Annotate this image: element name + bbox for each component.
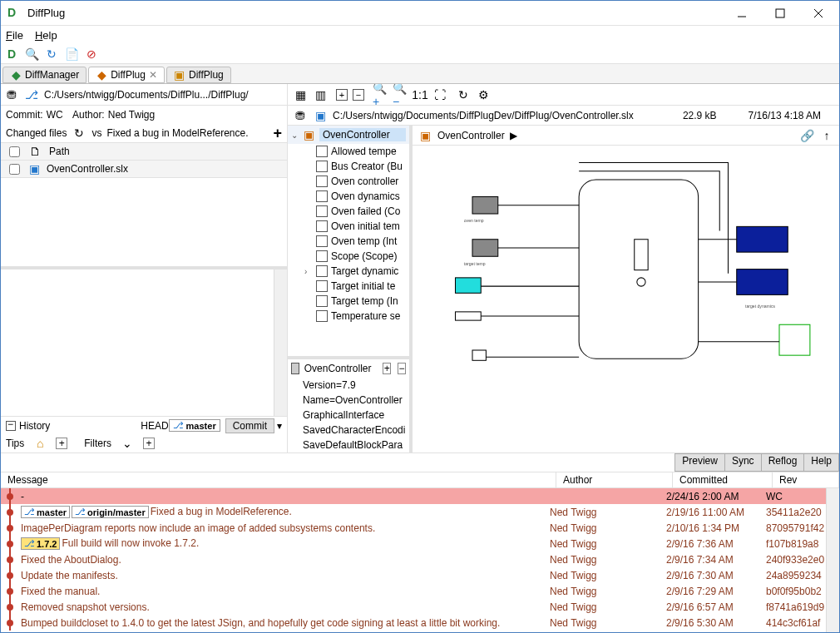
tree-item[interactable]: Bus Creator (Bu: [288, 159, 409, 174]
layout-icon[interactable]: ▥: [313, 87, 328, 102]
tree-item[interactable]: ›Target dynamic: [288, 264, 409, 279]
diffplug-icon: ▣: [174, 69, 185, 81]
tree-item[interactable]: Temperature se: [288, 309, 409, 324]
commit-rev: 35411a2e20: [766, 507, 826, 518]
commit-row[interactable]: ⎇master⎇origin/masterFixed a bug in Mode…: [1, 504, 826, 520]
col-message[interactable]: Message: [1, 472, 556, 487]
dropdown-icon[interactable]: ▾: [277, 420, 282, 432]
search-icon[interactable]: 🔍: [24, 47, 39, 62]
tab-close-icon[interactable]: ✕: [149, 69, 157, 81]
commit-row[interactable]: ImagePerDiagram reports now include an i…: [1, 520, 826, 536]
tree-item[interactable]: Scope (Scope): [288, 249, 409, 264]
path-column-header[interactable]: Path: [49, 146, 70, 157]
tree-item[interactable]: Oven temp (Int: [288, 234, 409, 249]
prop-row[interactable]: GraphicalInterface: [288, 408, 409, 423]
ref-chip[interactable]: ⎇1.7.2: [21, 537, 60, 550]
document-icon[interactable]: 📄: [64, 47, 79, 62]
add-icon[interactable]: +: [273, 125, 282, 142]
filter-icon[interactable]: ⌄: [120, 436, 135, 451]
tab-diffplug-active[interactable]: ◆DiffPlug✕: [88, 67, 165, 83]
tree-item[interactable]: Oven controller: [288, 174, 409, 189]
error-icon[interactable]: ⊘: [84, 47, 99, 62]
col-rev[interactable]: Rev: [773, 472, 839, 487]
simulink-icon[interactable]: ▣: [313, 108, 328, 123]
tree-item[interactable]: Oven dynamics: [288, 189, 409, 204]
graph-lane: [1, 583, 21, 599]
expand-icon[interactable]: ›: [304, 267, 313, 276]
tab-sync[interactable]: Sync: [724, 453, 762, 472]
block-icon: [316, 235, 328, 247]
branch-icon: ⎇: [24, 538, 35, 549]
commit-dot-icon: [7, 541, 13, 547]
zoom-out-icon[interactable]: 🔍−: [393, 87, 408, 102]
zoom-11-icon[interactable]: 1:1: [413, 87, 427, 102]
commit-row[interactable]: Fixed the manual.Ned Twigg2/9/16 7:29 AM…: [1, 583, 826, 599]
branch-chip[interactable]: ⎇master: [169, 419, 220, 432]
model-tree[interactable]: Allowed tempeBus Creator (BuOven control…: [288, 144, 409, 356]
props-collapse-icon[interactable]: −: [398, 363, 406, 374]
expand-icon[interactable]: +: [336, 89, 348, 101]
play-icon[interactable]: ▶: [510, 130, 517, 141]
commit-list[interactable]: -2/24/16 2:00 AMWC⎇master⎇origin/masterF…: [1, 488, 826, 632]
settings-icon[interactable]: ⚙: [476, 87, 491, 102]
tree-item[interactable]: Target temp (In: [288, 294, 409, 309]
tab-preview[interactable]: Preview: [674, 453, 725, 472]
new-diff-icon[interactable]: D: [4, 47, 19, 62]
grid-icon[interactable]: ▦: [293, 87, 308, 102]
commit-button[interactable]: Commit: [225, 418, 274, 433]
diagram-canvas[interactable]: oven temp target temp target dynamics: [413, 146, 839, 452]
refresh-icon[interactable]: ↻: [456, 87, 471, 102]
ref-chip[interactable]: ⎇master: [21, 506, 70, 518]
tree-item[interactable]: Allowed tempe: [288, 144, 409, 159]
tree-item[interactable]: Oven failed (Co: [288, 204, 409, 219]
zoom-fit-icon[interactable]: ⛶: [432, 87, 447, 102]
prop-row[interactable]: SaveDefaultBlockPara: [288, 438, 409, 452]
tab-reflog[interactable]: Reflog: [761, 453, 805, 472]
disk-icon[interactable]: ⛃: [293, 108, 308, 123]
commit-row[interactable]: Update the manifests.Ned Twigg2/9/16 7:3…: [1, 567, 826, 583]
refresh-icon[interactable]: ↻: [44, 47, 59, 62]
refresh-icon[interactable]: ↻: [72, 126, 86, 141]
minimize-button[interactable]: [723, 2, 761, 25]
scrollbar[interactable]: [826, 488, 839, 632]
ref-chip[interactable]: ⎇origin/master: [72, 506, 149, 518]
commit-row[interactable]: Bumped buildcloset to 1.4.0 to get the l…: [1, 615, 826, 631]
col-author[interactable]: Author: [556, 472, 673, 487]
tab-diffplug-2[interactable]: ▣DiffPlug: [166, 67, 231, 83]
disk-icon[interactable]: ⛃: [4, 87, 19, 102]
tree-item[interactable]: Oven initial tem: [288, 219, 409, 234]
commit-rev: b0f0f95b0b2: [766, 586, 826, 597]
maximize-button[interactable]: [761, 2, 799, 25]
prop-row[interactable]: Version=7.9: [288, 378, 409, 393]
menu-file[interactable]: FFileile: [6, 29, 23, 42]
tips-filters-bar: Tips⌂+ Filters⌄+: [1, 434, 287, 452]
tree-item[interactable]: Target initial te: [288, 279, 409, 294]
commit-row[interactable]: -2/24/16 2:00 AMWC: [1, 488, 826, 504]
commit-row[interactable]: Fixed the AboutDialog.Ned Twigg2/9/16 7:…: [1, 551, 826, 567]
up-icon[interactable]: ↑: [819, 128, 834, 143]
tips-icon[interactable]: ⌂: [32, 436, 47, 451]
filter-add-icon[interactable]: +: [143, 438, 155, 449]
tab-help[interactable]: Help: [803, 453, 839, 472]
select-all-checkbox[interactable]: [9, 146, 20, 157]
prop-row[interactable]: Name=OvenController: [288, 393, 409, 408]
col-committed[interactable]: Committed: [673, 472, 773, 487]
tab-diffmanager[interactable]: ◆DiffManager: [2, 67, 86, 83]
scrollbar[interactable]: [274, 270, 287, 416]
menu-help[interactable]: HHelpelp: [35, 29, 57, 42]
branch-icon[interactable]: ⎇: [24, 87, 39, 102]
tree-collapse-icon[interactable]: ⌄: [291, 131, 298, 140]
prop-row[interactable]: SavedCharacterEncodi: [288, 423, 409, 438]
tree-root[interactable]: OvenController: [319, 128, 406, 141]
collapse-icon[interactable]: [6, 421, 16, 431]
file-checkbox[interactable]: [9, 164, 20, 175]
commit-row[interactable]: Removed snapshot versions.Ned Twigg2/9/1…: [1, 599, 826, 615]
collapse-icon[interactable]: −: [353, 89, 364, 101]
zoom-in-icon[interactable]: 🔍+: [373, 87, 388, 102]
file-row[interactable]: ▣ OvenController.slx: [1, 161, 287, 177]
close-button[interactable]: [799, 2, 838, 25]
commit-row[interactable]: ⎇1.7.2Full build will now invoke 1.7.2.N…: [1, 536, 826, 551]
link-icon[interactable]: 🔗: [799, 128, 814, 143]
props-expand-icon[interactable]: +: [383, 363, 391, 374]
tips-add-icon[interactable]: +: [56, 438, 67, 449]
